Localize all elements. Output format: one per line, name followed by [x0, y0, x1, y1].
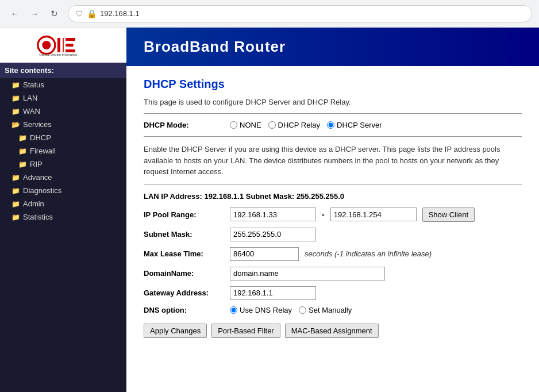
dhcp-mode-relay[interactable]: DHCP Relay	[268, 121, 320, 129]
nav-buttons: ← → ↻	[7, 6, 62, 22]
back-button[interactable]: ←	[7, 6, 23, 22]
action-buttons: Apply Changes Port-Based Filter MAC-Base…	[144, 324, 522, 338]
folder-icon-rip	[18, 160, 27, 168]
folder-icon-dhcp	[18, 133, 27, 142]
domain-name-input[interactable]	[230, 267, 385, 280]
max-lease-time-input[interactable]	[230, 247, 299, 261]
svg-rect-6	[66, 49, 75, 52]
dns-manual-option[interactable]: Set Manually	[299, 306, 352, 314]
subnet-mask-label: Subnet Mask:	[144, 230, 224, 239]
main-content: BroadBand Router DHCP Settings This page…	[126, 28, 539, 392]
radio-dns-manual[interactable]	[299, 306, 306, 314]
sidebar-item-firewall[interactable]: Firewall	[0, 144, 126, 157]
dhcp-mode-row: DHCP Mode: NONE DHCP Relay DHCP Server	[144, 121, 522, 129]
gateway-address-label: Gateway Address:	[144, 289, 224, 297]
dhcp-mode-none[interactable]: NONE	[230, 121, 261, 129]
domain-name-row: DomainName:	[144, 267, 522, 280]
browser-bar: ← → ↻ 🛡 🔒 192.168.1.1	[0, 0, 539, 28]
dns-option-label: DNS option:	[144, 306, 224, 314]
sidebar-label-diagnostics: Diagnostics	[23, 186, 61, 195]
dns-relay-label: Use DNS Relay	[240, 306, 292, 314]
ip-pool-range-row: IP Pool Range: - Show Client	[144, 207, 522, 222]
port-based-filter-button[interactable]: Port-Based Filter	[211, 324, 280, 338]
dhcp-mode-server[interactable]: DHCP Server	[327, 121, 382, 129]
ip-pool-label: IP Pool Range:	[144, 210, 224, 219]
sidebar-label-rip: RIP	[30, 160, 43, 168]
sidebar-label-status: Status	[23, 80, 44, 89]
sidebar-label-services: Services	[23, 120, 52, 129]
logo-area: Optical Device Innovation	[0, 28, 126, 63]
radio-none-label: NONE	[240, 121, 261, 129]
domain-name-label: DomainName:	[144, 269, 224, 278]
radio-dns-relay[interactable]	[230, 306, 237, 314]
subnet-mask-input[interactable]	[230, 228, 316, 241]
sidebar-item-statistics[interactable]: Statistics	[0, 210, 126, 224]
radio-relay-label: DHCP Relay	[278, 121, 320, 129]
dns-option-row: DNS option: Use DNS Relay Set Manually	[144, 306, 522, 314]
content-body: DHCP Settings This page is used to confi…	[126, 66, 539, 349]
forward-button[interactable]: →	[26, 6, 43, 22]
radio-server-label: DHCP Server	[337, 121, 382, 129]
folder-icon-admin	[11, 199, 20, 208]
sidebar-label-statistics: Statistics	[23, 213, 53, 221]
sidebar-label-lan: LAN	[23, 94, 37, 102]
folder-icon-diagnostics	[11, 186, 20, 195]
sidebar-item-admin[interactable]: Admin	[0, 197, 126, 210]
divider-2	[144, 136, 522, 137]
lan-info: LAN IP Address: 192.168.1.1 Subnet Mask:…	[144, 192, 522, 201]
sidebar-item-status[interactable]: Status	[0, 78, 126, 91]
folder-icon-statistics	[11, 213, 20, 221]
sidebar-label-advance: Advance	[23, 173, 52, 182]
sidebar-item-lan[interactable]: LAN	[0, 91, 126, 105]
ip-pool-start-input[interactable]	[230, 207, 316, 221]
sidebar-label-firewall: Firewall	[30, 147, 56, 155]
folder-icon-advance	[11, 173, 20, 182]
folder-icon-status	[11, 80, 20, 89]
shield-icon: 🛡	[75, 9, 83, 18]
gateway-address-input[interactable]	[230, 286, 316, 300]
dns-manual-label: Set Manually	[309, 306, 352, 314]
divider-3	[144, 185, 522, 185]
dns-relay-option[interactable]: Use DNS Relay	[230, 306, 292, 314]
sidebar-item-dhcp[interactable]: DHCP	[0, 131, 126, 144]
folder-icon-lan	[11, 94, 20, 102]
sidebar-item-rip[interactable]: RIP	[0, 157, 126, 171]
sidebar-item-services[interactable]: Services	[0, 118, 126, 131]
page-title: DHCP Settings	[144, 78, 522, 91]
svg-text:Optical Device Innovation: Optical Device Innovation	[39, 53, 77, 56]
radio-none[interactable]	[230, 121, 237, 129]
radio-relay[interactable]	[268, 121, 276, 129]
logo-image: Optical Device Innovation	[34, 32, 92, 58]
url-display: 192.168.1.1	[100, 9, 140, 18]
subnet-mask-row: Subnet Mask:	[144, 228, 522, 241]
svg-point-1	[42, 41, 51, 49]
sidebar-item-advance[interactable]: Advance	[0, 171, 126, 184]
svg-rect-2	[57, 38, 60, 52]
long-description: Enable the DHCP Server if you are using …	[144, 144, 522, 178]
header-banner: BroadBand Router	[126, 28, 539, 66]
mac-based-assignment-button[interactable]: MAC-Based Assignment	[285, 324, 379, 338]
folder-icon-firewall	[18, 147, 27, 155]
max-lease-time-label: Max Lease Time:	[144, 249, 224, 258]
max-lease-time-row: Max Lease Time: seconds (-1 indicates an…	[144, 247, 522, 261]
dhcp-mode-options: NONE DHCP Relay DHCP Server	[230, 121, 382, 129]
address-bar[interactable]: 🛡 🔒 192.168.1.1	[68, 5, 532, 22]
folder-icon-wan	[11, 107, 20, 116]
divider-1	[144, 113, 522, 114]
header-title: BroadBand Router	[144, 38, 286, 55]
sidebar-item-diagnostics[interactable]: Diagnostics	[0, 184, 126, 197]
show-client-button[interactable]: Show Client	[422, 207, 475, 222]
seconds-label: seconds (-1 indicates an infinite lease)	[305, 249, 432, 258]
sidebar: Optical Device Innovation Site contents:…	[0, 28, 126, 392]
svg-rect-4	[66, 38, 75, 41]
radio-server[interactable]	[327, 121, 334, 129]
ip-pool-end-input[interactable]	[330, 207, 417, 221]
reload-button[interactable]: ↻	[46, 6, 62, 22]
sidebar-label-wan: WAN	[23, 107, 40, 116]
range-dash: -	[322, 210, 325, 219]
page-description: This page is used to configure DHCP Serv…	[144, 98, 522, 106]
sidebar-label-dhcp: DHCP	[30, 133, 51, 142]
sidebar-item-wan[interactable]: WAN	[0, 105, 126, 118]
apply-changes-button[interactable]: Apply Changes	[144, 324, 207, 338]
sidebar-label-admin: Admin	[23, 199, 44, 208]
